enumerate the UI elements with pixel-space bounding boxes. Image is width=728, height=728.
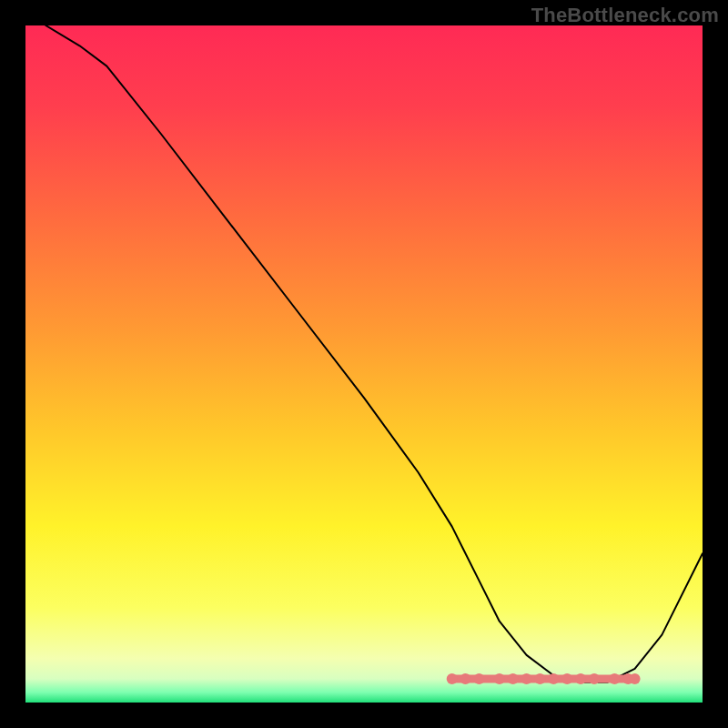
optimal-range-markers (447, 673, 641, 684)
marker-dot (609, 673, 620, 684)
marker-dot (548, 673, 559, 684)
marker-dot (589, 673, 600, 684)
marker-dot (508, 673, 519, 684)
marker-dot (534, 673, 545, 684)
marker-dot (474, 673, 485, 684)
marker-dot (521, 673, 532, 684)
marker-dot (561, 673, 572, 684)
marker-dot (447, 673, 458, 684)
gradient-background (25, 25, 703, 703)
chart-frame: TheBottleneck.com (0, 0, 728, 728)
plot-area (25, 25, 703, 703)
marker-dot (630, 673, 641, 684)
chart-svg (25, 25, 703, 703)
marker-dot (460, 673, 471, 684)
marker-dot (575, 673, 586, 684)
watermark-text: TheBottleneck.com (531, 4, 719, 27)
marker-dot (494, 673, 505, 684)
